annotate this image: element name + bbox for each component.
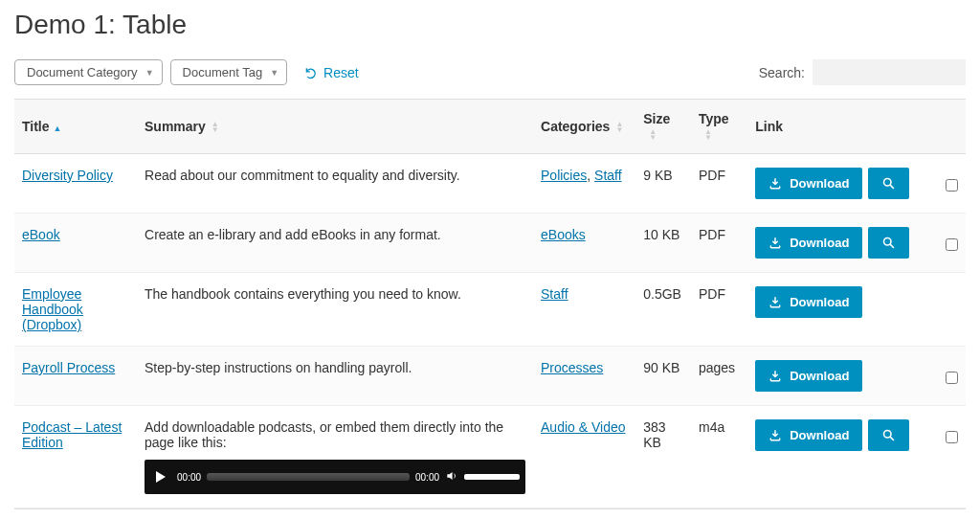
col-summary[interactable]: Summary▲▼ [137, 100, 533, 154]
download-button[interactable]: Download [755, 168, 862, 199]
summary-cell: Step-by-step instructions on handling pa… [137, 347, 533, 406]
col-checkbox [932, 100, 966, 154]
audio-track[interactable] [207, 473, 410, 481]
tag-filter-dropdown[interactable]: Document Tag ▼ [170, 59, 288, 85]
col-title[interactable]: Title▲ [14, 100, 137, 154]
sort-icon: ▲▼ [212, 122, 219, 133]
download-button[interactable]: Download [755, 419, 862, 451]
document-title-link[interactable]: Diversity Policy [22, 168, 113, 183]
categories-cell: Policies, Staff [533, 154, 635, 214]
volume-slider[interactable] [464, 474, 520, 480]
summary-cell: The handbook contains everything you nee… [137, 273, 533, 347]
document-title-link[interactable]: Payroll Process [22, 360, 115, 375]
download-icon [768, 296, 782, 309]
tag-filter-label: Document Tag [183, 65, 263, 79]
download-icon [768, 237, 782, 250]
sort-icon: ▲▼ [704, 129, 712, 141]
summary-cell: Add downloadable podcasts, or embed them… [137, 406, 533, 508]
search-label: Search: [759, 65, 805, 80]
row-checkbox[interactable] [946, 431, 958, 443]
reset-label: Reset [323, 65, 359, 80]
category-link[interactable]: Audio & Video [541, 419, 625, 435]
size-cell: 0.5GB [635, 273, 691, 347]
category-link[interactable]: Staff [594, 168, 622, 183]
type-cell: pages [691, 347, 747, 406]
download-label: Download [790, 369, 849, 383]
category-link[interactable]: Processes [541, 360, 603, 375]
filter-toolbar: Document Category ▼ Document Tag ▼ Reset… [14, 59, 966, 85]
preview-button[interactable] [868, 168, 909, 199]
audio-current-time: 00:00 [177, 472, 201, 483]
audio-total-time: 00:00 [415, 472, 439, 483]
size-cell: 10 KB [635, 214, 691, 273]
preview-button[interactable] [868, 227, 909, 259]
categories-cell: Audio & Video [533, 406, 635, 508]
category-link[interactable]: Staff [541, 286, 568, 302]
documents-table: Title▲ Summary▲▼ Categories▲▼ Size▲▼ Typ… [14, 99, 966, 508]
audio-player[interactable]: 00:0000:00 [145, 460, 525, 494]
type-cell: PDF [691, 214, 747, 273]
search-input[interactable] [813, 59, 966, 85]
download-button[interactable]: Download [755, 286, 862, 318]
table-row: Diversity PolicyRead about our commitmen… [14, 154, 966, 214]
col-categories[interactable]: Categories▲▼ [533, 100, 635, 154]
download-label: Download [790, 428, 849, 442]
size-cell: 90 KB [635, 347, 691, 406]
reset-link[interactable]: Reset [304, 65, 359, 80]
search-wrap: Search: [759, 59, 966, 85]
search-icon [881, 236, 896, 250]
download-label: Download [790, 236, 849, 250]
download-button[interactable]: Download [755, 227, 862, 259]
table-row: Employee Handbook (Dropbox)The handbook … [14, 273, 966, 347]
summary-cell: Read about our commitment to equality an… [137, 154, 533, 214]
type-cell: m4a [691, 406, 747, 508]
table-row: Payroll ProcessStep-by-step instructions… [14, 347, 966, 406]
sort-asc-icon: ▲ [54, 124, 62, 133]
col-link: Link [747, 100, 932, 154]
row-checkbox[interactable] [946, 179, 958, 192]
category-link[interactable]: eBooks [541, 227, 586, 242]
preview-button[interactable] [868, 419, 909, 451]
search-icon [881, 176, 896, 191]
categories-cell: Processes [533, 347, 635, 406]
chevron-down-icon: ▼ [270, 68, 278, 78]
table-footer: 16 documents 1234 Download Selected Docu… [14, 508, 966, 519]
document-title-link[interactable]: Podcast – Latest Edition [22, 419, 122, 450]
category-filter-label: Document Category [27, 65, 138, 79]
download-label: Download [790, 176, 849, 191]
type-cell: PDF [691, 154, 747, 214]
download-label: Download [790, 295, 849, 309]
page-title: Demo 1: Table [14, 10, 966, 40]
col-type[interactable]: Type▲▼ [691, 100, 747, 154]
col-size[interactable]: Size▲▼ [635, 100, 691, 154]
play-icon[interactable] [156, 471, 166, 483]
search-icon [881, 428, 896, 442]
download-button[interactable]: Download [755, 360, 862, 392]
type-cell: PDF [691, 273, 747, 347]
category-link[interactable]: Policies [541, 168, 587, 183]
categories-cell: Staff [533, 273, 635, 347]
summary-cell: Create an e-library and add eBooks in an… [137, 214, 533, 273]
size-cell: 383 KB [635, 406, 691, 508]
speaker-icon[interactable] [445, 469, 458, 485]
download-icon [768, 177, 782, 191]
sort-icon: ▲▼ [649, 129, 657, 141]
download-icon [768, 429, 782, 442]
size-cell: 9 KB [635, 154, 691, 214]
download-icon [768, 370, 782, 383]
chevron-down-icon: ▼ [145, 68, 154, 78]
row-checkbox[interactable] [946, 372, 958, 384]
document-title-link[interactable]: Employee Handbook (Dropbox) [22, 286, 83, 332]
categories-cell: eBooks [533, 214, 635, 273]
undo-icon [304, 66, 318, 79]
sort-icon: ▲▼ [615, 122, 623, 133]
category-filter-dropdown[interactable]: Document Category ▼ [14, 59, 163, 85]
table-row: Podcast – Latest EditionAdd downloadable… [14, 406, 966, 508]
table-row: eBookCreate an e-library and add eBooks … [14, 214, 966, 273]
row-checkbox[interactable] [946, 238, 958, 251]
document-title-link[interactable]: eBook [22, 227, 60, 242]
